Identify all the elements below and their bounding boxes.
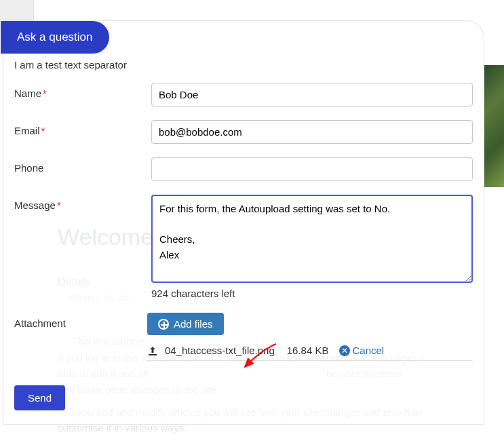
upload-icon bbox=[147, 345, 158, 356]
attachment-label: Attachment bbox=[14, 313, 147, 329]
plus-circle-icon bbox=[158, 319, 169, 330]
field-row-email: Email* bbox=[14, 120, 473, 144]
separator-text: I am a test text separator bbox=[14, 59, 473, 71]
svg-rect-0 bbox=[149, 354, 157, 355]
field-row-phone: Phone bbox=[14, 157, 473, 181]
required-asterisk: * bbox=[43, 88, 47, 99]
name-label: Name* bbox=[14, 83, 151, 99]
field-row-attachment: Attachment Add files 04_htaccess-txt_fil… bbox=[14, 313, 473, 361]
add-files-button[interactable]: Add files bbox=[147, 313, 224, 335]
add-files-label: Add files bbox=[174, 318, 213, 330]
attachment-file-row: 04_htaccess-txt_file.png 16.84 KB ✕ Canc… bbox=[147, 345, 473, 361]
email-label: Email* bbox=[14, 120, 151, 136]
required-asterisk: * bbox=[57, 199, 61, 211]
attachment-file-size: 16.84 KB bbox=[287, 345, 329, 356]
background-image-strip bbox=[484, 65, 504, 187]
attachment-file-name: 04_htaccess-txt_file.png bbox=[165, 345, 275, 356]
phone-input[interactable] bbox=[151, 157, 473, 181]
field-row-message: Message* 924 characters left bbox=[14, 195, 473, 299]
window-chrome-corner bbox=[0, 0, 34, 20]
email-input[interactable] bbox=[151, 120, 473, 144]
required-asterisk: * bbox=[41, 125, 45, 136]
send-button[interactable]: Send bbox=[14, 385, 65, 410]
name-input[interactable] bbox=[151, 83, 473, 107]
phone-label: Phone bbox=[14, 157, 151, 174]
contact-form-panel: Ask a question I am a test text separato… bbox=[3, 20, 484, 425]
attachment-cancel-link[interactable]: ✕ Cancel bbox=[339, 345, 384, 356]
message-textarea[interactable] bbox=[151, 195, 473, 283]
message-label: Message* bbox=[14, 195, 151, 211]
cancel-label: Cancel bbox=[352, 345, 384, 356]
cancel-circle-icon: ✕ bbox=[339, 345, 350, 356]
field-row-name: Name* bbox=[14, 83, 473, 107]
form-tab-ask-question[interactable]: Ask a question bbox=[1, 21, 109, 54]
characters-left: 924 characters left bbox=[151, 288, 473, 299]
